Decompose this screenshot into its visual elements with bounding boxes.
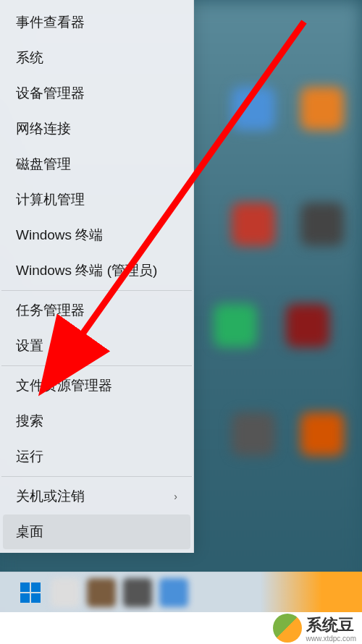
menu-separator [1, 290, 192, 291]
desktop-icon [300, 412, 344, 456]
menu-item-label: 搜索 [16, 412, 43, 431]
taskbar-app-icon[interactable] [159, 578, 188, 607]
menu-desktop[interactable]: 桌面 [3, 514, 190, 549]
watermark-badge: 系统豆 www.xtdpc.com [273, 614, 356, 643]
desktop-icon [214, 304, 257, 347]
winx-context-menu: 事件查看器系统设备管理器网络连接磁盘管理计算机管理Windows 终端Windo… [0, 0, 194, 553]
menu-disk-management[interactable]: 磁盘管理 [3, 147, 190, 182]
menu-file-explorer[interactable]: 文件资源管理器 [3, 368, 190, 403]
menu-item-label: 磁盘管理 [16, 155, 71, 174]
watermark-gradient [261, 572, 362, 612]
menu-item-label: Windows 终端 [16, 226, 103, 245]
menu-item-label: 网络连接 [16, 119, 71, 138]
menu-item-label: 任务管理器 [16, 301, 85, 320]
menu-windows-terminal[interactable]: Windows 终端 [3, 218, 190, 253]
menu-item-label: 关机或注销 [16, 487, 85, 506]
menu-windows-terminal-admin[interactable]: Windows 终端 (管理员) [3, 253, 190, 288]
menu-network-connections[interactable]: 网络连接 [3, 111, 190, 146]
desktop-icon [286, 304, 329, 347]
menu-separator [1, 476, 192, 477]
watermark-logo-icon [273, 614, 302, 643]
taskbar-app-icon[interactable] [123, 578, 152, 607]
menu-shutdown-signout[interactable]: 关机或注销› [3, 479, 190, 514]
taskbar-app-icon[interactable] [87, 578, 116, 607]
menu-computer-management[interactable]: 计算机管理 [3, 182, 190, 217]
menu-item-label: 设备管理器 [16, 84, 85, 103]
menu-settings[interactable]: 设置 [3, 329, 190, 363]
watermark-bar: 系统豆 www.xtdpc.com [0, 612, 362, 644]
start-button[interactable] [17, 580, 43, 606]
desktop-icon [300, 87, 344, 130]
menu-run[interactable]: 运行 [3, 439, 190, 474]
desktop-icon [232, 203, 275, 246]
watermark-url: www.xtdpc.com [306, 635, 356, 643]
menu-item-label: 文件资源管理器 [16, 376, 112, 395]
menu-item-label: Windows 终端 (管理员) [16, 261, 157, 280]
menu-device-manager[interactable]: 设备管理器 [3, 76, 190, 111]
menu-search[interactable]: 搜索 [3, 404, 190, 438]
menu-item-label: 桌面 [16, 522, 43, 541]
menu-item-label: 运行 [16, 447, 43, 466]
menu-separator [1, 365, 192, 366]
menu-item-label: 系统 [16, 48, 43, 67]
menu-event-viewer[interactable]: 事件查看器 [3, 5, 190, 40]
desktop-icon [232, 412, 275, 456]
menu-item-label: 事件查看器 [16, 13, 85, 32]
menu-item-label: 设置 [16, 336, 43, 355]
menu-system[interactable]: 系统 [3, 41, 190, 75]
windows-logo-icon [20, 582, 41, 603]
chevron-right-icon: › [174, 491, 177, 502]
desktop-icon [300, 203, 344, 246]
desktop-icon [232, 87, 275, 130]
menu-item-label: 计算机管理 [16, 190, 85, 209]
watermark-brand: 系统豆 [306, 614, 356, 636]
taskbar-app-icon[interactable] [51, 578, 80, 607]
menu-task-manager[interactable]: 任务管理器 [3, 293, 190, 328]
